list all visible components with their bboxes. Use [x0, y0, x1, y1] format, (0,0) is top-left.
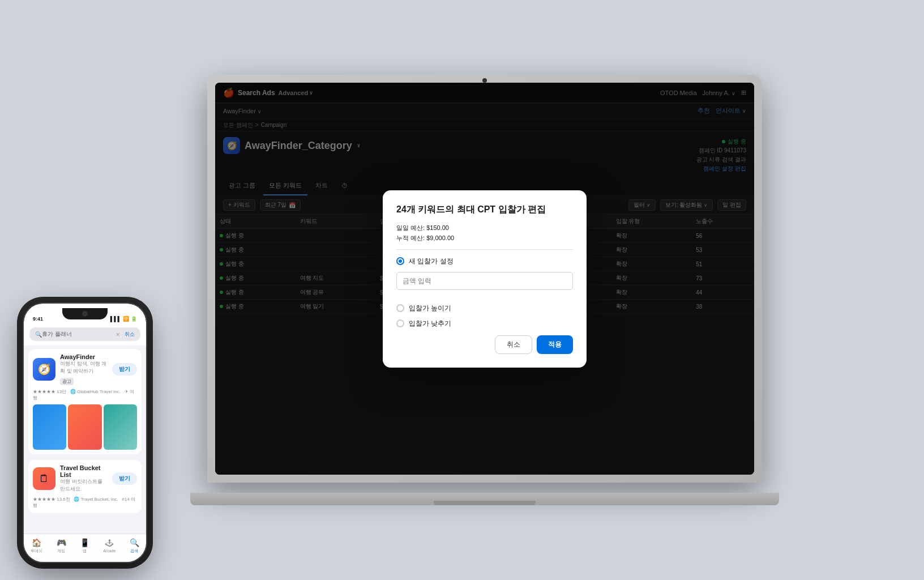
app-rating-1: ★★★★★ 13만 🌐 GlobalHub Travel Inc. ✈ 여행: [33, 389, 137, 401]
app-desc-1: 여행지 탐색, 여행 계획 및 예약하기: [60, 360, 108, 375]
app-icon-2: 🗒: [33, 467, 55, 490]
travel-image-2: [68, 404, 101, 450]
radio-icon[interactable]: [396, 257, 404, 265]
radio-icon[interactable]: [396, 304, 404, 312]
travel-grid: [33, 404, 137, 450]
search-icon: 🔍: [35, 331, 42, 338]
today-label: 투데이: [31, 548, 42, 554]
modal-box: 24개 키워드의 최대 CPT 입찰가 편집 일일 예산: $150.00 누적…: [383, 190, 587, 368]
arcade-icon: 🕹: [105, 539, 113, 548]
app-card-1: 🧭 AwayFinder 여행지 탐색, 여행 계획 및 예약하기 광고 받기 …: [28, 349, 142, 454]
app-info-2: Travel Bucket List 여행 버킷리스트를 만드세요.: [60, 464, 108, 493]
phone-tab-apps[interactable]: 📱 앱: [80, 538, 89, 554]
search-tab-icon: 🔍: [130, 538, 139, 547]
phone-tab-arcade[interactable]: 🕹 Arcade: [103, 539, 116, 553]
today-icon: 🏠: [32, 538, 41, 547]
radio-icon[interactable]: [396, 319, 404, 327]
get-button-2[interactable]: 받기: [112, 472, 137, 485]
phone-time: 9:41: [33, 316, 43, 322]
phone-bottom-tabs: 🏠 투데이 🎮 게임 📱 앱 🕹 Arcade 🔍 검색: [24, 534, 146, 562]
app-card-2-top: 🗒 Travel Bucket List 여행 버킷리스트를 만드세요. 받기: [33, 464, 137, 493]
ad-badge: 광고: [60, 378, 74, 385]
clear-icon[interactable]: ✕: [116, 331, 120, 338]
phone-tab-today[interactable]: 🏠 투데이: [31, 538, 42, 554]
modal-buttons: 취소 적용: [396, 335, 573, 354]
phone-search-bar[interactable]: 🔍 휴가 플래너 ✕ 취소: [29, 327, 140, 341]
phone-camera-icon: [82, 311, 88, 317]
radio-new-bid[interactable]: 새 입찰가 설정: [396, 257, 573, 266]
phone-tab-search[interactable]: 🔍 검색: [130, 538, 139, 554]
radio-lower-bid[interactable]: 입찰가 낮추기: [396, 319, 573, 329]
app-name-1: AwayFinder: [60, 353, 108, 360]
radio-raise-bid[interactable]: 입찰가 높이기: [396, 304, 573, 313]
app-card-2: 🗒 Travel Bucket List 여행 버킷리스트를 만드세요. 받기 …: [28, 460, 142, 513]
phone-container: 9:41 ▌▌▌ 🛜 🔋 🔍 휴가 플래너 ✕ 취소: [23, 302, 147, 563]
search-tab-label: 검색: [130, 548, 138, 554]
modal-cumulative-budget: 누적 예산: $9,000.00: [396, 234, 573, 242]
modal-radio-group: 새 입찰가 설정 입찰가 높이기 입찰가 낮추기: [396, 257, 573, 329]
games-label: 게임: [57, 548, 65, 554]
phone-tab-games[interactable]: 🎮 게임: [57, 538, 66, 554]
cancel-search-button[interactable]: 취소: [125, 331, 135, 338]
laptop-body: 🍎 Search Ads Advanced ∨ OTOD Media Johnn…: [207, 75, 762, 483]
travel-image-3: [104, 404, 137, 450]
bid-amount-input[interactable]: [396, 272, 573, 290]
apply-button[interactable]: 적용: [537, 335, 573, 354]
laptop-camera: [482, 78, 487, 83]
phone-screen: 9:41 ▌▌▌ 🛜 🔋 🔍 휴가 플래너 ✕ 취소: [24, 304, 146, 562]
phone-search-area: 🔍 휴가 플래너 ✕ 취소: [24, 324, 146, 346]
status-icons: ▌▌▌ 🛜 🔋: [110, 316, 137, 322]
arcade-label: Arcade: [103, 549, 116, 553]
app-desc-2: 여행 버킷리스트를 만드세요.: [60, 478, 108, 493]
laptop-base: [190, 493, 779, 505]
travel-image-1: [33, 404, 66, 450]
phone-body: 9:41 ▌▌▌ 🛜 🔋 🔍 휴가 플래너 ✕ 취소: [23, 302, 147, 563]
app-rating-2: ★★★★★ 13.6천 🌐 Travel Bucket, Inc. #14 여행: [33, 496, 137, 509]
modal-divider: [396, 249, 573, 250]
app-info-1: AwayFinder 여행지 탐색, 여행 계획 및 예약하기 광고: [60, 353, 108, 385]
search-query: 휴가 플래너: [42, 330, 116, 338]
apps-icon: 📱: [80, 538, 89, 547]
signal-icon: ▌▌▌: [110, 316, 121, 322]
app-card-top: 🧭 AwayFinder 여행지 탐색, 여행 계획 및 예약하기 광고 받기: [33, 353, 137, 385]
modal-overlay: 24개 키워드의 최대 CPT 입찰가 편집 일일 예산: $150.00 누적…: [215, 83, 754, 475]
apps-label: 앱: [83, 548, 87, 554]
app-name-2: Travel Bucket List: [60, 464, 108, 478]
wifi-icon: 🛜: [123, 316, 129, 322]
phone-notch: [62, 308, 108, 319]
laptop-container: 🍎 Search Ads Advanced ∨ OTOD Media Johnn…: [207, 75, 762, 505]
app-icon-1: 🧭: [33, 358, 55, 381]
cancel-button[interactable]: 취소: [495, 335, 532, 354]
get-button-1[interactable]: 받기: [112, 363, 137, 376]
games-icon: 🎮: [57, 538, 66, 547]
modal-title: 24개 키워드의 최대 CPT 입찰가 편집: [396, 204, 573, 216]
laptop-screen: 🍎 Search Ads Advanced ∨ OTOD Media Johnn…: [215, 83, 754, 475]
battery-icon: 🔋: [131, 316, 137, 322]
modal-daily-budget: 일일 예산: $150.00: [396, 224, 573, 232]
